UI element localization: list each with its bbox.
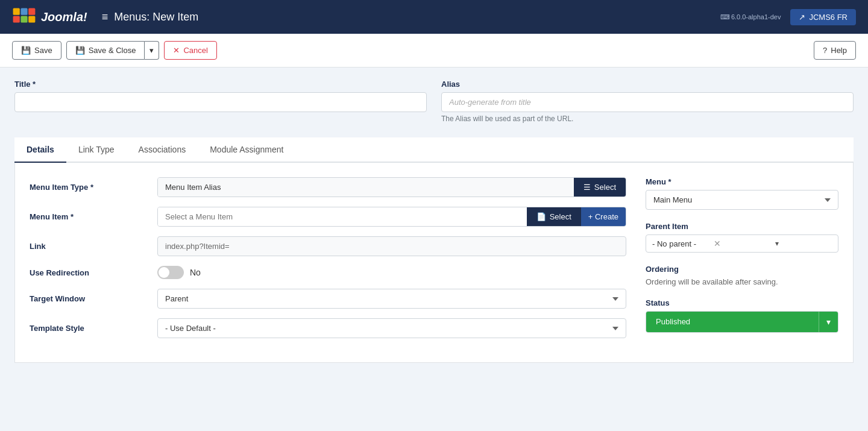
parent-item-dropdown-button[interactable]: ▾ (775, 239, 832, 248)
logo: Joomla! (12, 7, 87, 27)
alias-input[interactable] (441, 92, 854, 112)
select-label: Select (594, 183, 616, 192)
status-label: Status (646, 298, 838, 307)
tab-module-assignment[interactable]: Module Assignment (198, 137, 295, 163)
parent-item-control: - No parent - ✕ ▾ (646, 234, 838, 253)
target-window-label: Target Window (30, 294, 150, 303)
main-content: Title * Alias The Alias will be used as … (0, 68, 868, 375)
menu-field: Menu * Main Menu (646, 177, 838, 210)
save-icon: 💾 (21, 46, 31, 55)
ordering-label: Ordering (646, 265, 838, 274)
link-input (157, 236, 626, 256)
logo-text: Joomla! (41, 10, 87, 24)
template-style-row: Template Style - Use Default - (30, 318, 626, 338)
template-style-label: Template Style (30, 324, 150, 333)
cancel-icon: ✕ (173, 46, 180, 55)
user-button[interactable]: ↗ JCMS6 FR (790, 9, 856, 25)
use-redirection-row: Use Redirection No (30, 266, 626, 279)
menu-item-type-input (158, 178, 574, 197)
title-label: Title * (14, 80, 427, 89)
chevron-down-icon: ▾ (149, 46, 154, 55)
ordering-field: Ordering Ordering will be available afte… (646, 265, 838, 286)
header-title-text: Menus: New Item (114, 11, 198, 24)
svg-rect-1 (20, 8, 27, 15)
menu-item-row: Menu Item * 📄 Select + Create (30, 207, 626, 227)
svg-rect-0 (13, 8, 20, 15)
save-dropdown-button[interactable]: ▾ (145, 41, 159, 60)
ordering-hint: Ordering will be available after saving. (646, 277, 838, 286)
target-window-select[interactable]: Parent (157, 289, 626, 309)
redirection-value: No (190, 268, 201, 277)
link-row: Link (30, 236, 626, 256)
save-close-icon: 💾 (75, 46, 85, 55)
help-label: Help (831, 46, 847, 55)
svg-rect-4 (20, 16, 27, 22)
parent-item-field: Parent Item - No parent - ✕ ▾ (646, 222, 838, 253)
menu-label: Menu * (646, 177, 838, 186)
help-icon: ? (823, 46, 827, 55)
top-form-row: Title * Alias The Alias will be used as … (14, 80, 854, 123)
use-redirection-label: Use Redirection (30, 268, 150, 277)
save-close-group: 💾 Save & Close ▾ (66, 41, 160, 60)
tab-link-type[interactable]: Link Type (66, 137, 127, 163)
menu-item-label: Menu Item * (30, 212, 150, 221)
app-header: Joomla! ≡ Menus: New Item ⌨6.0.0-alpha1-… (0, 0, 868, 34)
cancel-button[interactable]: ✕ Cancel (164, 41, 216, 60)
tab-bar: Details Link Type Associations Module As… (14, 137, 854, 163)
tab-associations[interactable]: Associations (127, 137, 198, 163)
header-right: ⌨6.0.0-alpha1-dev ↗ JCMS6 FR (720, 9, 856, 25)
hamburger-icon[interactable]: ≡ (102, 11, 108, 24)
title-group: Title * (14, 80, 427, 123)
menu-item-control: 📄 Select + Create (157, 207, 626, 227)
target-window-row: Target Window Parent (30, 289, 626, 309)
select-list-icon: ☰ (583, 183, 591, 192)
save-close-button[interactable]: 💾 Save & Close (66, 41, 145, 60)
menu-item-type-select-button[interactable]: ☰ Select (574, 178, 626, 197)
left-fields: Menu Item Type * ☰ Select Menu Item * 📄 (30, 177, 626, 348)
create-btn-label: + Create (588, 212, 618, 221)
tab-panel-details: Menu Item Type * ☰ Select Menu Item * 📄 (14, 163, 854, 363)
svg-rect-3 (13, 16, 20, 22)
parent-item-clear-button[interactable]: ✕ (714, 239, 770, 248)
redirection-toggle[interactable] (157, 266, 184, 279)
right-panel: Menu * Main Menu Parent Item - No parent… (646, 177, 838, 348)
alias-hint: The Alias will be used as part of the UR… (441, 115, 854, 123)
toolbar: 💾 Save 💾 Save & Close ▾ ✕ Cancel ? Help (0, 34, 868, 68)
status-published: Published (646, 312, 819, 332)
svg-rect-5 (28, 16, 35, 22)
alias-label: Alias (441, 80, 854, 89)
template-style-select[interactable]: - Use Default - (157, 318, 626, 338)
menu-item-select-button[interactable]: 📄 Select (527, 207, 581, 226)
save-label: Save (34, 46, 52, 55)
external-icon: ↗ (799, 13, 805, 22)
page-heading: ≡ Menus: New Item (102, 11, 720, 24)
title-input[interactable] (14, 92, 427, 112)
alias-group: Alias The Alias will be used as part of … (441, 80, 854, 123)
menu-item-create-button[interactable]: + Create (581, 207, 626, 226)
menu-item-type-label: Menu Item Type * (30, 183, 150, 192)
parent-item-label: Parent Item (646, 222, 838, 231)
save-close-label: Save & Close (89, 46, 136, 55)
user-label: JCMS6 FR (809, 13, 848, 22)
help-button[interactable]: ? Help (814, 41, 856, 60)
menu-item-type-control: ☰ Select (157, 177, 626, 197)
version-badge: ⌨6.0.0-alpha1-dev (720, 13, 781, 21)
cancel-label: Cancel (183, 46, 207, 55)
status-control: Published ▾ (646, 311, 838, 333)
link-label: Link (30, 242, 150, 251)
status-dropdown-button[interactable]: ▾ (819, 312, 838, 332)
svg-rect-2 (28, 8, 35, 15)
menu-item-type-row: Menu Item Type * ☰ Select (30, 177, 626, 197)
page-icon: 📄 (536, 212, 546, 221)
tab-details[interactable]: Details (14, 137, 66, 163)
status-field: Status Published ▾ (646, 298, 838, 333)
save-button[interactable]: 💾 Save (12, 41, 61, 60)
menu-item-input[interactable] (158, 207, 527, 226)
use-redirection-control: No (157, 266, 626, 279)
select-btn-label: Select (550, 212, 571, 221)
chevron-down-icon: ▾ (826, 317, 831, 327)
parent-item-value: - No parent - (652, 239, 709, 248)
menu-select[interactable]: Main Menu (646, 190, 838, 210)
